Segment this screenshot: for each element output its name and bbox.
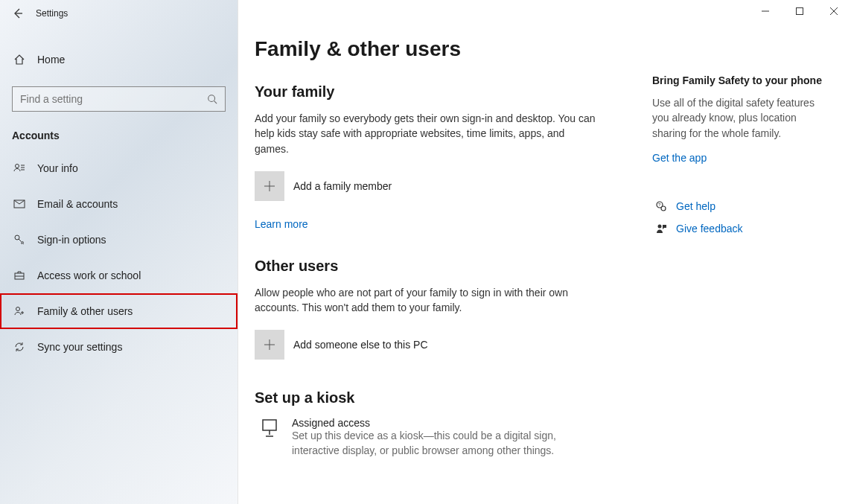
search-box[interactable]: [12, 86, 226, 112]
content-column: Family & other users Your family Add you…: [238, 0, 652, 504]
your-family-description: Add your family so everybody gets their …: [255, 111, 597, 156]
svg-rect-6: [797, 8, 803, 15]
sidebar-item-label: Email & accounts: [37, 198, 118, 210]
sidebar-item-family-other-users[interactable]: Family & other users: [0, 293, 238, 329]
add-family-member-button[interactable]: Add a family member: [255, 171, 634, 201]
maximize-icon: [796, 7, 803, 15]
back-button[interactable]: [0, 0, 36, 27]
mail-icon: [12, 198, 27, 210]
key-icon: [12, 234, 27, 246]
add-family-member-label: Add a family member: [293, 180, 392, 192]
close-icon: [830, 7, 838, 15]
add-other-user-button[interactable]: Add someone else to this PC: [255, 330, 634, 360]
svg-point-9: [661, 206, 666, 211]
svg-rect-7: [263, 420, 276, 430]
main-area: Family & other users Your family Add you…: [238, 0, 851, 504]
family-safety-heading: Bring Family Safety to your phone: [652, 74, 833, 86]
get-help-link[interactable]: Get help: [676, 200, 715, 212]
maximize-button[interactable]: [783, 0, 817, 22]
titlebar: Settings: [0, 0, 238, 27]
family-safety-description: Use all of the digital safety features y…: [652, 95, 831, 141]
assigned-access-title: Assigned access: [292, 417, 605, 429]
sidebar-item-your-info[interactable]: Your info: [0, 150, 238, 186]
sidebar-item-access-work-school[interactable]: Access work or school: [0, 258, 238, 293]
sidebar-item-sync-settings[interactable]: Sync your settings: [0, 329, 238, 365]
svg-text:?: ?: [658, 202, 661, 207]
kiosk-icon: [255, 417, 284, 438]
other-users-heading: Other users: [255, 258, 634, 275]
sidebar-item-label: Your info: [37, 162, 78, 174]
plus-icon: [264, 180, 275, 192]
sidebar: Settings Home Accounts Your info Email &…: [0, 0, 238, 504]
people-icon: [12, 305, 27, 317]
plus-icon: [264, 339, 275, 351]
sidebar-item-label: Family & other users: [37, 305, 133, 317]
person-card-icon: [12, 162, 27, 174]
get-help-row[interactable]: ? Get help: [652, 200, 833, 212]
sidebar-item-label: Sync your settings: [37, 341, 122, 353]
right-column: Bring Family Safety to your phone Use al…: [652, 0, 851, 504]
help-icon: ?: [652, 200, 670, 212]
plus-tile: [255, 330, 284, 360]
svg-point-11: [658, 224, 662, 228]
window-controls: [748, 0, 851, 22]
sidebar-item-label: Sign-in options: [37, 234, 106, 246]
minimize-icon: [762, 7, 769, 15]
learn-more-link[interactable]: Learn more: [255, 218, 308, 230]
home-label: Home: [37, 54, 65, 66]
home-nav[interactable]: Home: [0, 45, 238, 74]
feedback-icon: [652, 223, 670, 235]
search-container: [12, 86, 226, 112]
sidebar-item-signin-options[interactable]: Sign-in options: [0, 222, 238, 258]
kiosk-heading: Set up a kiosk: [255, 389, 634, 406]
home-icon: [12, 54, 27, 66]
get-the-app-link[interactable]: Get the app: [652, 152, 707, 164]
give-feedback-row[interactable]: Give feedback: [652, 223, 833, 235]
search-input[interactable]: [20, 93, 207, 105]
window-title: Settings: [36, 8, 68, 19]
close-button[interactable]: [817, 0, 851, 22]
other-users-description: Allow people who are not part of your fa…: [255, 285, 597, 316]
assigned-access-description: Set up this device as a kiosk—this could…: [292, 429, 605, 458]
your-family-heading: Your family: [255, 83, 634, 101]
sidebar-section-label: Accounts: [12, 130, 238, 141]
page-title: Family & other users: [255, 37, 634, 61]
plus-tile: [255, 171, 284, 201]
arrow-left-icon: [12, 7, 24, 19]
svg-point-0: [208, 95, 215, 102]
sync-icon: [12, 341, 27, 353]
svg-point-1: [16, 165, 19, 168]
assigned-access-button[interactable]: Assigned access Set up this device as a …: [255, 417, 634, 458]
sidebar-item-email-accounts[interactable]: Email & accounts: [0, 186, 238, 222]
minimize-button[interactable]: [748, 0, 783, 22]
svg-point-5: [16, 307, 20, 311]
sidebar-item-label: Access work or school: [37, 269, 141, 281]
give-feedback-link[interactable]: Give feedback: [676, 223, 743, 235]
search-icon: [207, 94, 217, 104]
add-other-user-label: Add someone else to this PC: [293, 339, 428, 351]
briefcase-icon: [12, 269, 27, 281]
